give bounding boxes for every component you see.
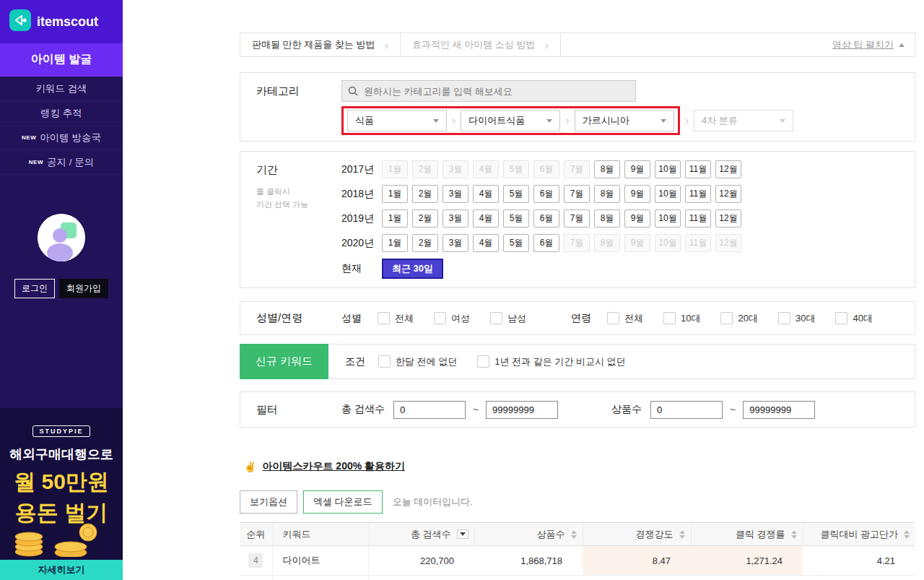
- table-row[interactable]: 2뉴트리코어158,1007140.000.330.03: [240, 576, 915, 580]
- month-button[interactable]: 7월: [564, 209, 590, 228]
- login-button[interactable]: 로그인: [14, 279, 55, 298]
- video-tip-toggle[interactable]: 영상 팁 펼치기: [832, 33, 915, 56]
- month-button[interactable]: 5월: [503, 185, 529, 203]
- month-button[interactable]: 1월: [382, 209, 408, 228]
- category-select-level-3[interactable]: 가르시니아: [575, 110, 674, 131]
- condition-option-1[interactable]: 한달 전에 없던: [378, 355, 457, 368]
- month-button[interactable]: 4월: [473, 209, 499, 228]
- year-label[interactable]: 2019년: [341, 212, 382, 225]
- month-button[interactable]: 1월: [382, 185, 408, 203]
- promo-guide-link[interactable]: 아이템스카우트 200% 활용하기: [262, 460, 405, 473]
- checkbox[interactable]: [720, 312, 733, 324]
- month-button[interactable]: 3월: [443, 209, 468, 228]
- keyword-cell[interactable]: 다이어트: [272, 546, 368, 576]
- month-button[interactable]: 12월: [715, 185, 741, 203]
- sort-toggle[interactable]: [791, 530, 797, 539]
- checkbox[interactable]: [434, 312, 446, 324]
- checkbox[interactable]: [663, 312, 676, 324]
- sidebar-item[interactable]: 랭킹 추적: [0, 101, 123, 126]
- month-button[interactable]: 5월: [503, 209, 529, 228]
- checkbox[interactable]: [378, 355, 391, 368]
- month-button[interactable]: 2월: [412, 209, 438, 228]
- keyword-cell[interactable]: 뉴트리코어: [272, 576, 368, 580]
- month-button[interactable]: 1월: [382, 234, 408, 252]
- checkbox[interactable]: [490, 312, 502, 324]
- search-count-min-input[interactable]: [393, 401, 466, 419]
- month-button[interactable]: 2월: [412, 185, 438, 203]
- month-button[interactable]: 12월: [715, 209, 741, 228]
- category-search-input[interactable]: [341, 80, 636, 102]
- month-button[interactable]: 10월: [655, 160, 681, 178]
- year-label[interactable]: 2018년: [341, 188, 382, 201]
- category-select-level-1[interactable]: 식품: [347, 110, 447, 131]
- year-label[interactable]: 2017년: [341, 163, 382, 176]
- sort-toggle[interactable]: [571, 530, 577, 539]
- month-button[interactable]: 6월: [533, 234, 559, 252]
- age-option-5[interactable]: 40대: [835, 312, 872, 325]
- sort-toggle[interactable]: [457, 529, 468, 539]
- column-header-4[interactable]: 상품수: [474, 523, 583, 546]
- signup-button[interactable]: 회원가입: [59, 279, 108, 298]
- month-button[interactable]: 8월: [594, 185, 620, 203]
- month-button[interactable]: 5월: [503, 234, 529, 252]
- column-header-7[interactable]: 클릭대비 광고단가: [803, 523, 915, 546]
- month-button[interactable]: 11월: [685, 209, 711, 228]
- month-button[interactable]: 9월: [624, 185, 650, 203]
- month-button[interactable]: 11월: [685, 185, 711, 203]
- checkbox[interactable]: [835, 312, 847, 324]
- month-button[interactable]: 6월: [533, 209, 559, 228]
- month-button[interactable]: 2월: [412, 234, 438, 252]
- column-header-6[interactable]: 클릭 경쟁률: [691, 523, 803, 546]
- checkbox[interactable]: [778, 312, 790, 324]
- age-option-2[interactable]: 10대: [663, 312, 700, 325]
- sidebar-item[interactable]: 키워드 검색: [0, 77, 123, 101]
- sidebar-item[interactable]: 아이템 발굴: [0, 43, 123, 77]
- month-button[interactable]: 12월: [715, 160, 741, 178]
- table-row[interactable]: 4다이어트220,7001,868,7188.471,271.244.21: [240, 546, 915, 576]
- condition-option-2[interactable]: 1년 전과 같은 기간 비교시 없던: [477, 355, 625, 368]
- gender-option-3[interactable]: 남성: [490, 312, 526, 325]
- month-button[interactable]: 9월: [624, 209, 650, 228]
- gender-option-1[interactable]: 전체: [378, 312, 414, 325]
- month-button[interactable]: 6월: [533, 185, 559, 203]
- month-button[interactable]: 10월: [655, 209, 681, 228]
- sidebar-item[interactable]: NEW아이템 방송국: [0, 126, 123, 150]
- view-options-button[interactable]: 보기옵션: [240, 490, 297, 514]
- checkbox[interactable]: [378, 312, 390, 324]
- sidebar-item[interactable]: NEW공지 / 문의: [0, 150, 123, 175]
- tab-find-sellable-products[interactable]: 판매될 만한 제품을 찾는 방법›: [240, 33, 401, 56]
- sort-toggle[interactable]: [679, 530, 685, 539]
- column-header-5[interactable]: 경쟁강도: [583, 523, 691, 546]
- sort-toggle[interactable]: [904, 530, 910, 539]
- month-button[interactable]: 8월: [594, 209, 620, 228]
- checkbox[interactable]: [477, 355, 489, 368]
- ad-banner[interactable]: STUDYPIE 해외구매대행으로 월 50만원 용돈 벌기: [0, 408, 123, 560]
- logo[interactable]: itemscout: [0, 0, 123, 43]
- age-option-4[interactable]: 30대: [778, 312, 815, 325]
- month-button[interactable]: 11월: [685, 160, 711, 178]
- month-button[interactable]: 7월: [564, 185, 590, 203]
- product-count-max-input[interactable]: [743, 401, 815, 419]
- month-button[interactable]: 3월: [443, 234, 468, 252]
- month-button[interactable]: 3월: [443, 185, 468, 203]
- new-keyword-button[interactable]: 신규 키워드: [240, 344, 328, 379]
- tab-sourcing-method[interactable]: 효과적인 새 아이템 소싱 방법›: [401, 33, 561, 56]
- age-option-3[interactable]: 20대: [720, 312, 757, 325]
- recent-30-days-button[interactable]: 최근 30일: [382, 259, 443, 279]
- category-select-level-2[interactable]: 다이어트식품: [461, 110, 560, 131]
- excel-download-button[interactable]: 엑셀 다운로드: [303, 490, 383, 514]
- category-select-level-4[interactable]: 4차 분류: [694, 110, 793, 131]
- month-button[interactable]: 4월: [473, 185, 499, 203]
- checkbox[interactable]: [607, 312, 619, 324]
- age-option-1[interactable]: 전체: [607, 312, 643, 325]
- month-button[interactable]: 9월: [624, 160, 650, 178]
- month-button[interactable]: 4월: [473, 234, 499, 252]
- search-count-max-input[interactable]: [486, 401, 558, 419]
- month-button[interactable]: 10월: [655, 185, 681, 203]
- month-button[interactable]: 8월: [594, 160, 620, 178]
- ad-cta-button[interactable]: 자세히보기: [0, 560, 123, 580]
- year-label[interactable]: 2020년: [341, 237, 382, 250]
- column-header-3[interactable]: 총 검색수: [368, 523, 474, 546]
- gender-option-2[interactable]: 여성: [434, 312, 470, 325]
- product-count-min-input[interactable]: [650, 401, 723, 419]
